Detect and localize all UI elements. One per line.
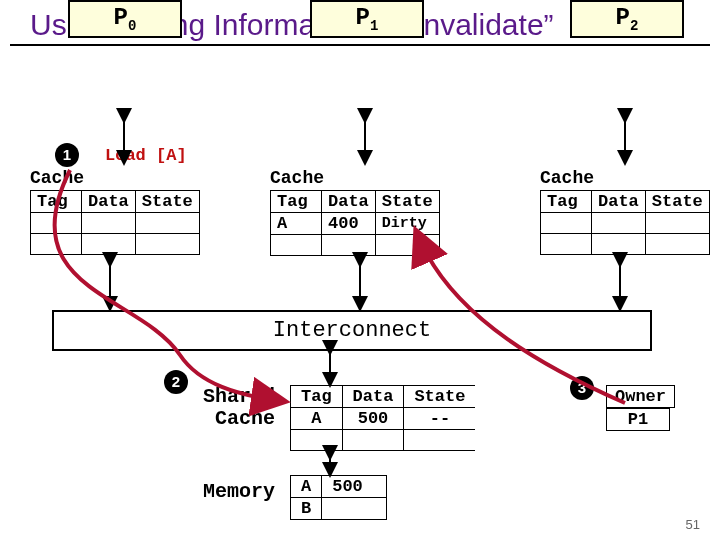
sh-td-data: 500	[342, 408, 404, 430]
p1-td-tag: A	[271, 213, 322, 235]
step-3-badge: 3	[570, 376, 594, 400]
mem-r0-tag: A	[291, 476, 322, 498]
sh-td-owner: P1	[606, 408, 670, 431]
p1-td-state: Dirty	[375, 213, 439, 235]
proc-p2-label: P	[616, 4, 630, 31]
cache-table-p0: Tag Data State	[30, 190, 200, 255]
p1-th-data: Data	[322, 191, 376, 213]
processor-p0: P0	[68, 0, 182, 38]
p1-td-data: 400	[322, 213, 376, 235]
sh-th-owner: Owner	[606, 385, 675, 408]
memory-table: A 500 B	[290, 475, 387, 520]
interconnect-bar: Interconnect	[52, 310, 652, 351]
proc-p1-sub: 1	[370, 18, 378, 34]
arrows-overlay	[0, 0, 720, 540]
p2-th-data: Data	[592, 191, 646, 213]
shared-cache-label-line2: Cache	[190, 407, 275, 430]
shared-cache-label-line1: Shared	[190, 385, 275, 408]
p0-th-state: State	[135, 191, 199, 213]
proc-p2-sub: 2	[630, 18, 638, 34]
cache-label-p1: Cache	[270, 168, 324, 188]
step-1-badge: 1	[55, 143, 79, 167]
memory-label: Memory	[180, 480, 275, 503]
sh-th-data: Data	[342, 386, 404, 408]
p1-th-tag: Tag	[271, 191, 322, 213]
sh-th-tag: Tag	[291, 386, 343, 408]
sh-td-state: --	[404, 408, 476, 430]
step-2-badge: 2	[164, 370, 188, 394]
cache-table-p2: Tag Data State	[540, 190, 710, 255]
sh-th-state: State	[404, 386, 476, 408]
processor-p2: P2	[570, 0, 684, 38]
p0-th-tag: Tag	[31, 191, 82, 213]
cache-table-p1: Tag Data State A 400 Dirty	[270, 190, 440, 256]
processor-p1: P1	[310, 0, 424, 38]
slide-number: 51	[686, 517, 700, 532]
p1-th-state: State	[375, 191, 439, 213]
p2-th-tag: Tag	[541, 191, 592, 213]
mem-r1-tag: B	[291, 498, 322, 520]
sh-td-tag: A	[291, 408, 343, 430]
p2-th-state: State	[645, 191, 709, 213]
mem-r0-data: 500	[322, 476, 387, 498]
proc-p0-label: P	[114, 4, 128, 31]
mem-r1-data	[322, 498, 387, 520]
proc-p1-label: P	[356, 4, 370, 31]
cache-label-p0: Cache	[30, 168, 84, 188]
op-load-a: Load [A]	[105, 146, 187, 165]
proc-p0-sub: 0	[128, 18, 136, 34]
cache-label-p2: Cache	[540, 168, 594, 188]
p0-th-data: Data	[82, 191, 136, 213]
shared-cache-table: Tag Data State A 500 --	[290, 385, 475, 451]
